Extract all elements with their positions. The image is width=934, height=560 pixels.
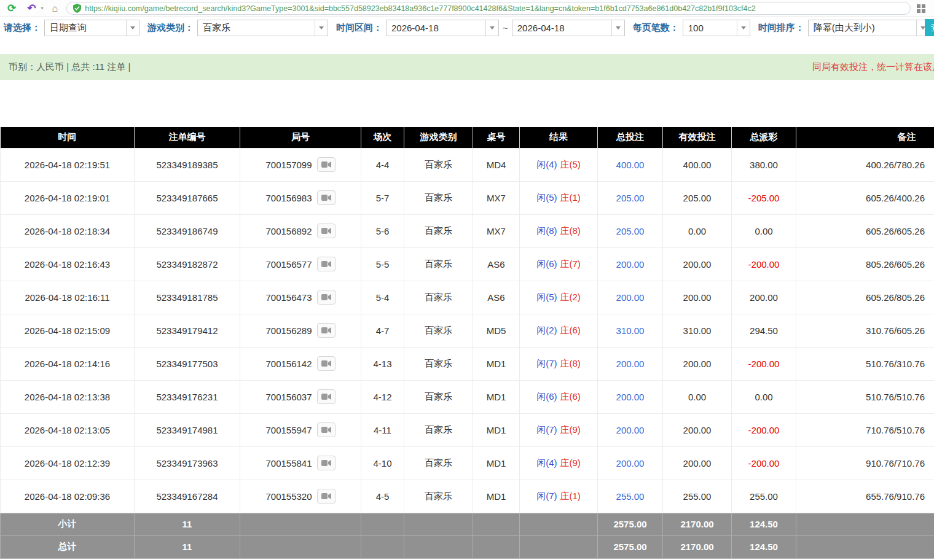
summary-valid-bet: 2170.00 <box>663 535 732 558</box>
summary-payout: 124.50 <box>732 513 796 535</box>
game-type-dropdown[interactable]: 百家乐 <box>197 20 328 36</box>
video-replay-icon[interactable] <box>317 489 336 504</box>
video-replay-icon[interactable] <box>317 190 336 205</box>
cell-note: 605.26/400.26 <box>796 181 934 214</box>
cell-round-id: 700155947 <box>240 413 361 446</box>
chevron-down-icon <box>737 20 750 36</box>
video-replay-icon[interactable] <box>317 389 336 404</box>
cell-note: 605.26/605.26 <box>796 214 934 247</box>
cell-round-id: 700155841 <box>240 446 361 480</box>
valid-bet-notice-text: 同局有效投注，统一计算在该局第 <box>812 61 934 73</box>
cell-bet-id: 523349182872 <box>135 247 240 281</box>
url-bar[interactable]: https://kiqiiu.com/game/betrecord_search… <box>66 2 911 15</box>
chevron-down-icon <box>315 20 328 36</box>
table-row: 2026-04-18 02:16:43 523349182872 7001565… <box>1 247 934 281</box>
col-header-session: 场次 <box>361 127 404 148</box>
select-type-dropdown[interactable]: 日期查询 <box>44 20 139 36</box>
cell-session: 5-6 <box>361 214 404 247</box>
cell-valid-bet: 200.00 <box>663 281 732 314</box>
table-row: 2026-04-18 02:18:34 523349186749 7001568… <box>1 214 934 247</box>
cell-session: 5-4 <box>361 281 404 314</box>
result-banker: 庄(1) <box>560 491 581 501</box>
cell-bet-id: 523349179412 <box>135 314 240 347</box>
per-page-dropdown[interactable]: 100 <box>683 20 750 36</box>
undo-icon[interactable]: ↶ <box>25 2 38 15</box>
cell-bet-id: 523349173963 <box>135 446 240 480</box>
video-replay-icon[interactable] <box>317 290 336 305</box>
bet-table-body: 2026-04-18 02:19:51 523349189385 7001570… <box>1 148 934 513</box>
cell-result: 闲(4)庄(5) <box>520 148 598 181</box>
extensions-grid-icon[interactable] <box>917 4 925 13</box>
cell-total-bet: 200.00 <box>598 380 663 413</box>
cell-time: 2026-04-18 02:13:05 <box>1 413 135 446</box>
cell-round-id: 700156892 <box>240 214 361 247</box>
round-id-text: 700155841 <box>265 458 312 469</box>
date-from-dropdown[interactable]: 2026-04-18 <box>386 20 499 36</box>
table-row: 2026-04-18 02:19:01 523349187665 7001569… <box>1 181 934 214</box>
cell-valid-bet: 0.00 <box>663 380 732 413</box>
summary-total-bet: 2575.00 <box>598 535 663 558</box>
chevron-down-icon <box>611 20 624 36</box>
cell-payout: -200.00 <box>732 347 796 380</box>
video-replay-icon[interactable] <box>317 422 336 437</box>
cell-payout: -200.00 <box>732 247 796 281</box>
cell-time: 2026-04-18 02:16:43 <box>1 247 135 281</box>
cell-bet-id: 523349181785 <box>135 281 240 314</box>
table-row: 2026-04-18 02:15:09 523349179412 7001562… <box>1 314 934 347</box>
cell-total-bet: 205.00 <box>598 181 663 214</box>
video-replay-icon[interactable] <box>317 257 336 271</box>
cell-bet-id: 523349189385 <box>135 148 240 181</box>
result-banker: 庄(8) <box>560 358 581 368</box>
cell-table-no: MD4 <box>473 148 520 181</box>
per-page-value: 100 <box>683 20 737 36</box>
select-type-label: 请选择： <box>4 22 41 34</box>
cell-time: 2026-04-18 02:12:39 <box>1 446 135 480</box>
cell-game-type: 百家乐 <box>404 247 473 281</box>
sort-order-dropdown[interactable]: 降幂(由大到小) <box>808 20 930 36</box>
undo-dropdown-icon[interactable]: ▾ <box>41 6 44 11</box>
cell-note: 310.76/605.26 <box>796 314 934 347</box>
video-replay-icon[interactable] <box>317 323 336 338</box>
cell-table-no: MD1 <box>473 446 520 480</box>
cell-session: 5-7 <box>361 181 404 214</box>
video-replay-icon[interactable] <box>317 456 336 470</box>
cell-session: 4-12 <box>361 380 404 413</box>
date-to-dropdown[interactable]: 2026-04-18 <box>512 20 625 36</box>
table-row: 2026-04-18 02:16:11 523349181785 7001564… <box>1 281 934 314</box>
cell-session: 4-10 <box>361 446 404 480</box>
cell-round-id: 700155320 <box>240 480 361 513</box>
home-icon[interactable]: ⌂ <box>50 2 61 15</box>
cell-note: 805.26/605.26 <box>796 247 934 281</box>
date-range-separator: ~ <box>503 23 508 33</box>
cell-time: 2026-04-18 02:19:01 <box>1 181 135 214</box>
cell-game-type: 百家乐 <box>404 480 473 513</box>
cell-game-type: 百家乐 <box>404 214 473 247</box>
summary-label: 小计 <box>1 513 135 535</box>
summary-row: 小计 11 2575.00 2170.00 124.50 <box>1 513 934 535</box>
chevron-down-icon <box>485 20 498 36</box>
round-id-text: 700156142 <box>265 359 312 369</box>
cell-bet-id: 523349177503 <box>135 347 240 380</box>
cell-game-type: 百家乐 <box>404 314 473 347</box>
cell-bet-id: 523349187665 <box>135 181 240 214</box>
video-replay-icon[interactable] <box>317 157 336 172</box>
video-replay-icon[interactable] <box>317 356 336 371</box>
cell-note: 655.76/910.76 <box>796 480 934 513</box>
bet-record-table: 时间 注单编号 局号 场次 游戏类别 桌号 结果 总投注 有效投注 总派彩 备注… <box>0 127 934 559</box>
summary-payout: 124.50 <box>732 535 796 558</box>
cell-valid-bet: 200.00 <box>663 446 732 480</box>
cell-valid-bet: 0.00 <box>663 214 732 247</box>
round-id-text: 700156892 <box>265 226 312 236</box>
cell-valid-bet: 200.00 <box>663 413 732 446</box>
video-replay-icon[interactable] <box>317 224 336 238</box>
bet-table-foot: 小计 11 2575.00 2170.00 124.50 总计 11 2575.… <box>1 513 934 558</box>
result-player: 闲(2) <box>536 325 557 335</box>
cell-table-no: MD1 <box>473 347 520 380</box>
cell-round-id: 700156577 <box>240 247 361 281</box>
cell-result: 闲(7)庄(9) <box>520 413 598 446</box>
filter-bar: 请选择： 日期查询 游戏类别： 百家乐 时间区间： 2026-04-18 ~ 2… <box>0 17 934 38</box>
refresh-icon[interactable]: ⟳ <box>5 2 18 15</box>
search-button[interactable]: 查询 <box>925 19 934 36</box>
cell-result: 闲(7)庄(1) <box>520 480 598 513</box>
browser-toolbar: ⟳ ↶ ▾ ⌂ https://kiqiiu.com/game/betrecor… <box>0 0 934 17</box>
